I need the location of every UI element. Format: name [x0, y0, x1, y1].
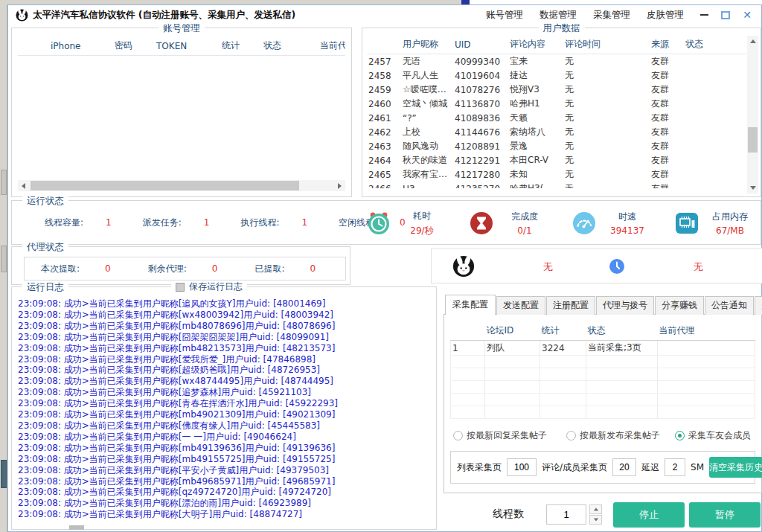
user-table-row[interactable]: 2463 随风逸动 41208891 景逸 无 友群	[367, 139, 746, 153]
bottom-scrollbar-thumb[interactable]	[69, 525, 84, 530]
run-log-title: 运行日志	[22, 281, 68, 294]
scroll-down-arrow-icon[interactable]	[747, 182, 758, 193]
gauge-completion: 完成度0/1	[469, 211, 546, 236]
hscroll-track[interactable]	[29, 180, 334, 191]
delay-input[interactable]	[665, 458, 685, 476]
proxy-status-box: 本次提取:0 剩余代理:0 已提取:0	[24, 257, 346, 281]
scroll-right-arrow-icon[interactable]	[334, 180, 345, 191]
col-status: 状态	[684, 36, 746, 54]
alarm-clock-icon	[366, 211, 391, 236]
account-table[interactable]: iPhone 密码 TOKEN 统计 状态 当前代理	[18, 37, 345, 176]
tab-collect-config[interactable]: 采集配置	[445, 295, 496, 315]
log-line: 23:09:08: 成功>当前已采集到用户昵称[平安小子黄威]用户uid: [4…	[18, 465, 433, 476]
thread-count-label: 线程数	[493, 507, 524, 521]
list-page-input[interactable]	[507, 458, 537, 476]
user-table-vscrollbar[interactable]	[747, 36, 758, 193]
radio-latest-reply[interactable]: 按最新回复采集帖子	[453, 429, 547, 442]
tab-send-config[interactable]: 发送配置	[496, 296, 545, 315]
user-data-panel-title: 用户数据	[539, 22, 585, 35]
run-log-output[interactable]: 23:09:08: 成功>当前已采集到用户昵称[追风的女孩Y]用户uid: [4…	[18, 298, 433, 527]
tab-proxy-dialup[interactable]: 代理与拨号	[596, 296, 654, 315]
thread-count-input[interactable]	[546, 504, 586, 525]
config-panel: 采集配置 发送配置 注册配置 代理与拨号 分享赚钱 公告通知 关于软件 论坛ID…	[444, 297, 762, 530]
save-log-checkbox[interactable]	[176, 283, 185, 292]
user-table-row[interactable]: 2465 我家有宝… 41217280 未知 无 友群	[367, 167, 746, 182]
user-table-row[interactable]: 2462 上校 41144676 索纳塔八 无 友群	[367, 125, 746, 139]
radio-icon	[566, 431, 576, 440]
scroll-up-arrow-icon[interactable]	[747, 36, 758, 47]
user-table-row[interactable]: 2464 秋天的味道 41212291 本田CR-V 无 友群	[367, 153, 746, 167]
minimize-button[interactable]	[699, 10, 709, 20]
menu-collect-management[interactable]: 采集管理	[593, 9, 630, 22]
log-line: 23:09:08: 成功>当前已采集到用户昵称[追梦森林]用户uid: [459…	[18, 387, 433, 398]
tab-announcements[interactable]: 公告通知	[705, 296, 754, 315]
col-status: 状态	[262, 37, 318, 56]
col-uid: UID	[453, 36, 508, 54]
user-table-row[interactable]: 2466 H3 41235270 哈弗H3(… 无 友群	[367, 182, 746, 188]
gauge-elapsed: 耗时29/秒	[366, 210, 444, 237]
user-table-header: 用户昵称 UID 评论内容 评论时间 来源 状态	[367, 36, 746, 54]
forum-table[interactable]: 论坛ID 统计 状态 当前代理 1 列队 3224	[450, 322, 755, 419]
comment-page-input[interactable]	[612, 458, 636, 476]
delay-label: 延迟	[641, 461, 659, 474]
hscroll-thumb[interactable]	[31, 181, 299, 190]
gauge-memory: 占用内存67/MB	[674, 211, 752, 236]
log-line: 23:09:08: 成功>当前已采集到用户昵称[mb48213573]用户uid…	[18, 343, 433, 354]
pause-button[interactable]: 暂停	[689, 502, 761, 528]
proxy-info-box: 无 无	[431, 248, 762, 283]
log-line: 23:09:08: 成功>当前已采集到用户昵称[wx48744495]用户uid…	[18, 376, 433, 387]
tab-register-config[interactable]: 注册配置	[546, 296, 595, 315]
stepper-up-icon[interactable]	[589, 504, 602, 514]
user-table-row[interactable]: 2457 无语 40999340 宝来 无 友群	[367, 54, 746, 69]
menu-data-management[interactable]: 数据管理	[540, 9, 577, 22]
stepper-down-icon[interactable]	[589, 515, 602, 525]
vscroll-thumb[interactable]	[748, 127, 758, 153]
maximize-icon	[721, 11, 730, 19]
user-table-row[interactable]: 2458 平凡人生 41019604 捷达 无 友群	[367, 68, 746, 83]
radio-latest-post[interactable]: 按最新发布采集帖子	[566, 429, 660, 442]
minimize-icon	[700, 14, 708, 16]
log-line: 23:09:08: 成功>当前已采集到用户昵称[qz49724720]用户uid…	[18, 487, 433, 498]
col-forum-id: 论坛ID	[485, 322, 540, 341]
log-line: 23:09:08: 成功>当前已采集到用户昵称[mb49139636]用户uid…	[18, 443, 433, 454]
log-line: 23:09:08: 成功>当前已采集到用户昵称[大明子]用户uid: [4887…	[18, 509, 433, 520]
clear-collect-history-button[interactable]: 清空采集历史	[709, 457, 762, 478]
col-count: 统计	[540, 322, 586, 341]
memory-icon	[674, 211, 699, 236]
collect-params: 列表采集页 评论/成员采集页 延迟 SM 清空采集历史	[450, 451, 755, 484]
user-table-row[interactable]: 2459 ☆嗳咗噗… 41078276 悦翔V3 无 友群	[367, 83, 746, 97]
hourglass-icon	[469, 211, 494, 236]
gauge-speed: 时速394137	[572, 211, 649, 236]
config-tabs: 采集配置 发送配置 注册配置 代理与拨号 分享赚钱 公告通知 关于软件	[444, 297, 762, 314]
forum-table-row[interactable]: 1 列队 3224 当前采集;3页	[451, 341, 755, 356]
col-current-proxy: 当前代理	[318, 37, 345, 56]
radio-icon	[453, 431, 463, 440]
speedometer-icon	[572, 211, 597, 236]
run-log-panel: 运行日志 保存运行日志 23:09:08: 成功>当前已采集到用户昵称[追风的女…	[11, 286, 437, 530]
close-button[interactable]	[742, 10, 752, 20]
stop-button[interactable]: 停止	[613, 502, 685, 528]
menu-account-management[interactable]: 账号管理	[486, 9, 523, 22]
save-log-label: 保存运行日志	[189, 281, 243, 293]
user-data-table[interactable]: 用户昵称 UID 评论内容 评论时间 来源 状态 2457 无语	[367, 36, 746, 188]
delay-unit: SM	[691, 462, 704, 472]
col-current-proxy: 当前代理	[658, 322, 755, 341]
background-fragment	[1, 246, 7, 272]
log-line: 23:09:08: 成功>当前已采集到用户昵称[mb48078696]用户uid…	[18, 321, 433, 332]
proxy-info-right-value: 无	[694, 260, 703, 274]
col-password: 密码	[113, 37, 155, 56]
maximize-button[interactable]	[720, 10, 731, 20]
user-table-row[interactable]: 2460 空城丶倾城 41136870 哈弗H1 无 友群	[367, 97, 746, 111]
scroll-left-arrow-icon[interactable]	[18, 180, 29, 191]
tab-about[interactable]: 关于软件	[755, 296, 762, 315]
account-table-hscrollbar[interactable]	[18, 180, 345, 191]
menu-skin-management[interactable]: 皮肤管理	[647, 9, 684, 22]
log-line: 23:09:08: 成功>当前已采集到用户昵称[囧架架囧架架]用户uid: [4…	[18, 332, 433, 343]
background-fragment	[1, 170, 7, 195]
proxy-status-panel: 代理状态 本次提取:0 剩余代理:0 已提取:0	[11, 246, 350, 285]
user-table-row[interactable]: 2461 “?” 41089836 天籁 无 友群	[367, 111, 746, 125]
tab-share-earn[interactable]: 分享赚钱	[655, 296, 704, 315]
titlebar: 太平洋汽车私信协议软件 (自动注册账号、采集用户、发送私信) 账号管理 数据管理…	[8, 5, 761, 25]
radio-club-members[interactable]: 采集车友会成员	[675, 429, 751, 442]
titlebar-menu: 账号管理 数据管理 采集管理 皮肤管理	[486, 9, 684, 22]
